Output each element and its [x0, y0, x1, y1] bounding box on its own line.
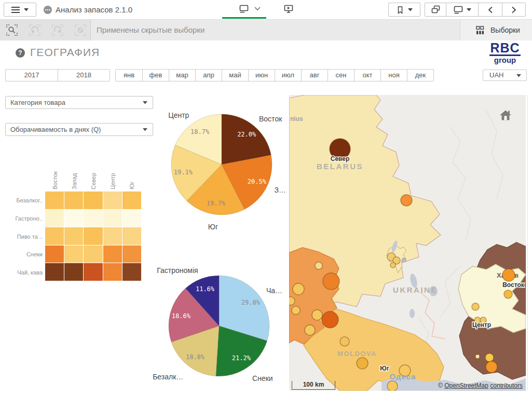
- heatmap-cell-Запад-Снеки[interactable]: [64, 245, 83, 263]
- prev-sheet-button[interactable]: [478, 3, 502, 16]
- map-label-Центр: Центр: [472, 321, 491, 328]
- category-dropdown[interactable]: Категория товара: [5, 96, 153, 109]
- chevron-down-icon: [254, 7, 261, 11]
- hamburger-icon: [11, 6, 20, 13]
- turnover-heatmap: ВостокЗападСеверЦентрЮгБезалког..Гастрон…: [0, 165, 156, 287]
- turnover-dropdown[interactable]: Оборачиваемость в днях (Q): [5, 123, 153, 136]
- map-bubble[interactable]: [312, 310, 322, 320]
- map-bubble[interactable]: [292, 306, 300, 314]
- map-bubble[interactable]: [475, 354, 480, 359]
- month-filter-фев[interactable]: фев: [142, 70, 169, 81]
- heatmap-cell-Центр-Гастроно..[interactable]: [103, 210, 122, 227]
- heatmap-cell-Центр-Пиво та ..[interactable]: [103, 227, 122, 245]
- heatmap-cell-Центр-Безалког..[interactable]: [103, 191, 122, 209]
- heatmap-cell-Юг-Снеки[interactable]: [122, 245, 141, 263]
- map-label-в: в: [402, 255, 407, 264]
- caret-down-icon: [516, 74, 522, 78]
- heatmap-row-label: Снеки: [0, 251, 43, 257]
- heatmap-cell-Восток-Безалког..[interactable]: [45, 191, 64, 209]
- clear-selections-button[interactable]: [75, 24, 86, 36]
- map-bubble[interactable]: [502, 269, 515, 281]
- map-bubble[interactable]: [390, 263, 395, 268]
- contributors-link[interactable]: contributors: [490, 382, 523, 389]
- selections-tool-toggle[interactable]: Выборки: [460, 20, 532, 40]
- geo-map[interactable]: Харківв niusСеверBELARUSUKRAINEMOLDOVAОд…: [289, 95, 526, 391]
- redo-selection-button[interactable]: [52, 24, 63, 36]
- map-bubble[interactable]: [357, 358, 368, 369]
- heatmap-cell-Юг-Пиво та ..[interactable]: [122, 227, 141, 245]
- heatmap-cell-Север-Снеки[interactable]: [84, 245, 102, 263]
- map-label-Юг: Юг: [380, 365, 389, 372]
- home-button[interactable]: [499, 108, 512, 122]
- heatmap-cell-Запад-Безалког..[interactable]: [64, 191, 83, 209]
- year-filter-2017[interactable]: 2017: [6, 70, 58, 81]
- map-bubble[interactable]: [293, 283, 304, 295]
- month-filter-дек[interactable]: дек: [407, 70, 433, 81]
- month-filter-июн[interactable]: июн: [248, 70, 275, 81]
- storytelling-icon: [283, 4, 294, 14]
- sheet-list-button[interactable]: [446, 3, 478, 16]
- heatmap-cell-Юг-Чай, кава[interactable]: [122, 263, 141, 281]
- map-bubble[interactable]: [323, 273, 339, 290]
- map-scale: 100 km: [292, 381, 335, 390]
- region-pie-chart: 22.0%Восток20.5%З…19.7%Юг19.1%18.7%Центр: [157, 94, 287, 235]
- month-filter-ноя[interactable]: ноя: [380, 70, 407, 81]
- pie-percent-label: 19.7%: [207, 200, 226, 207]
- map-bubble[interactable]: [289, 297, 295, 305]
- page-title: ГЕОГРАФИЯ: [30, 46, 100, 59]
- heatmap-cell-Запад-Гастроно..[interactable]: [64, 210, 83, 227]
- bookmark-button[interactable]: [388, 3, 420, 17]
- tab-stories[interactable]: [283, 4, 294, 14]
- sheet-nav-group: [425, 3, 526, 17]
- osm-link[interactable]: OpenStreetMap: [444, 382, 488, 389]
- currency-select[interactable]: UAH: [483, 70, 527, 81]
- menu-button[interactable]: [4, 3, 36, 17]
- heatmap-cell-Юг-Безалког..[interactable]: [122, 191, 141, 209]
- map-bubble[interactable]: [401, 195, 412, 206]
- heatmap-cell-Север-Чай, кава[interactable]: [84, 263, 102, 281]
- caret-down-icon: [143, 128, 148, 132]
- rbc-logo: RBC group: [484, 42, 526, 64]
- smart-search-button[interactable]: [6, 24, 18, 36]
- heatmap-cell-Центр-Снеки[interactable]: [103, 245, 122, 263]
- heatmap-cell-Запад-Пиво та ..[interactable]: [64, 227, 83, 245]
- map-bubble[interactable]: [486, 361, 497, 373]
- year-filter-2018[interactable]: 2018: [58, 70, 110, 81]
- map-bubble[interactable]: [504, 290, 512, 298]
- month-filter-сен[interactable]: сен: [328, 70, 354, 81]
- heatmap-cell-Восток-Чай, кава[interactable]: [45, 263, 64, 281]
- tab-sheets[interactable]: [239, 4, 261, 14]
- heatmap-cell-Запад-Чай, кава[interactable]: [64, 263, 83, 281]
- heatmap-cell-Центр-Чай, кава[interactable]: [103, 263, 122, 281]
- heatmap-cell-Восток-Снеки[interactable]: [45, 245, 64, 263]
- caret-down-icon: [408, 8, 413, 11]
- month-filter-май[interactable]: май: [222, 70, 248, 81]
- map-bubble[interactable]: [305, 325, 315, 335]
- undo-selection-button[interactable]: [29, 24, 40, 36]
- heatmap-cell-Север-Гастроно..[interactable]: [84, 210, 102, 227]
- map-bubble[interactable]: [387, 381, 398, 391]
- month-filter-окт[interactable]: окт: [354, 70, 380, 81]
- map-bubble[interactable]: [472, 303, 479, 310]
- map-bubble[interactable]: [485, 353, 494, 362]
- heatmap-cell-Север-Безалког..[interactable]: [84, 191, 102, 209]
- map-bubble[interactable]: [315, 262, 322, 269]
- month-filter-авг[interactable]: авг: [301, 70, 328, 81]
- map-bubble[interactable]: [340, 337, 349, 346]
- heatmap-cell-Восток-Пиво та ..[interactable]: [45, 227, 64, 245]
- heatmap-cell-Восток-Гастроно..[interactable]: [45, 210, 64, 227]
- duplicate-sheet-button[interactable]: [425, 3, 446, 16]
- app-title: Анализ запасов 2.1.0: [56, 0, 132, 20]
- month-filter-янв[interactable]: янв: [116, 70, 142, 81]
- heatmap-row-label: Пиво та ..: [0, 234, 43, 240]
- chevron-right-icon: [510, 6, 517, 14]
- heatmap-cell-Север-Пиво та ..[interactable]: [84, 227, 102, 245]
- next-sheet-button[interactable]: [502, 3, 525, 16]
- month-filter-апр[interactable]: апр: [195, 70, 222, 81]
- heatmap-col-label-Восток: Восток: [52, 171, 58, 189]
- month-filter-июл[interactable]: июл: [275, 70, 301, 81]
- help-icon[interactable]: ?: [16, 48, 25, 58]
- map-bubble[interactable]: [322, 311, 338, 328]
- month-filter-мар[interactable]: мар: [169, 70, 195, 81]
- heatmap-cell-Юг-Гастроно..[interactable]: [122, 210, 141, 227]
